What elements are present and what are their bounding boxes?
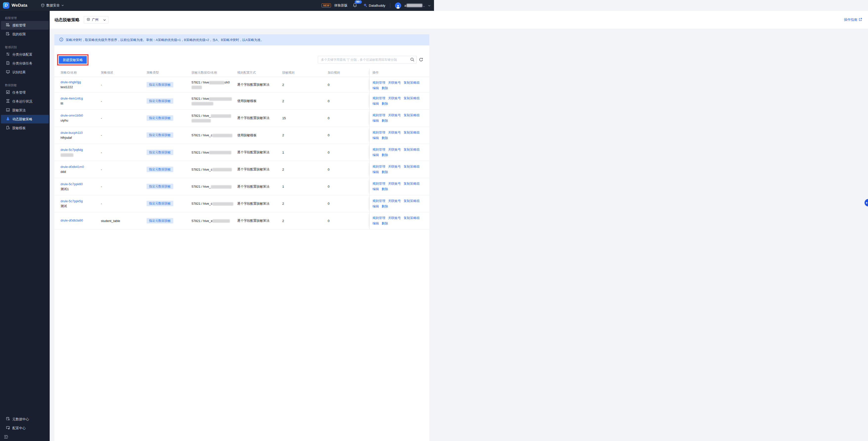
policy-id-link[interactable]: drule-5c7ppk60	[61, 182, 83, 186]
action-edit[interactable]: 编辑	[372, 102, 379, 105]
action-delete[interactable]: 删除	[382, 187, 388, 191]
col-header-type: 策略类型	[147, 71, 191, 75]
monitor-icon	[6, 70, 10, 75]
info-icon	[59, 37, 63, 42]
task-icon	[6, 90, 10, 95]
action-linked-accounts[interactable]: 关联账号	[388, 81, 401, 84]
masked-metadata: 57821 / hive	[191, 150, 237, 155]
action-rule-management[interactable]: 规则管理	[372, 81, 385, 84]
action-edit[interactable]: 编辑	[372, 187, 379, 191]
action-copy-policy-group[interactable]: 复制策略组	[404, 182, 420, 185]
action-linked-accounts[interactable]: 关联账号	[388, 199, 401, 203]
policy-type-badge: 指定元数据脱敏	[147, 115, 173, 121]
action-copy-policy-group[interactable]: 复制策略组	[404, 216, 420, 220]
sidebar-item-classification-tasks[interactable]: 分类分级任务	[1, 59, 49, 68]
sidebar-item-my-permissions[interactable]: 我的权限	[1, 30, 49, 38]
sidebar-item-task-management[interactable]: 任务管理	[1, 88, 49, 97]
action-rule-management[interactable]: 规则管理	[372, 113, 385, 117]
action-rule-management[interactable]: 规则管理	[372, 182, 385, 185]
action-linked-accounts[interactable]: 关联账号	[388, 216, 401, 220]
action-delete[interactable]: 删除	[382, 170, 388, 174]
action-delete[interactable]: 删除	[382, 102, 388, 105]
product-name: WeData	[11, 3, 27, 8]
masking-rules-count: 2	[282, 202, 328, 205]
action-edit[interactable]: 编辑	[372, 153, 379, 157]
action-copy-policy-group[interactable]: 复制策略组	[404, 165, 420, 168]
action-linked-accounts[interactable]: 关联账号	[388, 148, 401, 151]
action-rule-management[interactable]: 规则管理	[372, 199, 385, 203]
chevron-down-icon[interactable]	[428, 3, 431, 8]
action-linked-accounts[interactable]: 关联账号	[388, 165, 401, 168]
policy-id-link[interactable]: drule-nhgb0jjg	[61, 80, 81, 84]
policy-id-link[interactable]: drule-4em1nfcg	[61, 96, 83, 101]
sidebar-item-classification-config[interactable]: 分类分级配置	[1, 50, 49, 59]
refresh-icon[interactable]	[419, 58, 423, 62]
sliders-icon	[6, 52, 10, 57]
action-copy-policy-group[interactable]: 复制策略组	[404, 81, 420, 84]
col-header-actions: 操作	[370, 69, 429, 77]
code-window-icon	[6, 108, 10, 112]
action-linked-accounts[interactable]: 关联账号	[388, 131, 401, 134]
search-input[interactable]	[318, 56, 417, 64]
action-copy-policy-group[interactable]: 复制策略组	[404, 131, 420, 134]
topnav-data-security[interactable]: 数据安全	[41, 3, 64, 8]
sidebar-item-dynamic-masking-policy[interactable]: 动态脱敏策略	[1, 115, 49, 124]
action-rule-management[interactable]: 规则管理	[372, 216, 385, 220]
sidebar-item-authorization-management[interactable]: 授权管理	[1, 21, 49, 30]
action-delete[interactable]: 删除	[382, 86, 388, 90]
avatar[interactable]	[395, 2, 401, 9]
action-linked-accounts[interactable]: 关联账号	[388, 113, 401, 117]
policy-name	[61, 152, 101, 157]
col-header-whitelist: 加白规则	[328, 71, 370, 75]
user-menu[interactable]: a ..	[404, 4, 425, 7]
action-copy-policy-group[interactable]: 复制策略组	[404, 148, 420, 151]
masked-metadata: 57821 / hive_c	[191, 133, 237, 138]
action-rule-management[interactable]: 规则管理	[372, 165, 385, 168]
action-rule-management[interactable]: 规则管理	[372, 131, 385, 134]
bell-icon	[353, 4, 357, 8]
policy-id-link[interactable]: drule-bucph110	[61, 131, 83, 135]
globe-icon	[87, 18, 90, 22]
action-delete[interactable]: 删除	[382, 119, 388, 123]
sidebar-item-masking-algorithms[interactable]: 脱敏算法	[1, 106, 49, 114]
policy-id-link[interactable]: drule-d0db3a90	[61, 218, 83, 220]
masked-text	[209, 97, 232, 101]
sidebar-item-masking-templates[interactable]: 脱敏模板	[1, 124, 49, 132]
action-copy-policy-group[interactable]: 复制策略组	[404, 113, 420, 117]
policy-id-link[interactable]: drule-5c7pq6dg	[61, 148, 83, 152]
action-linked-accounts[interactable]: 关联账号	[388, 96, 401, 100]
action-edit[interactable]: 编辑	[372, 136, 379, 140]
wedata-logo-icon[interactable]: D	[3, 2, 9, 9]
action-edit[interactable]: 编辑	[372, 170, 379, 174]
masked-text	[213, 202, 233, 206]
table-row: drule-omn1b5t0 uiyhu - 指定元数据脱敏 57821 / h…	[54, 110, 429, 127]
policy-id-link[interactable]: drule-d0db41m0	[61, 165, 84, 169]
action-edit[interactable]: 编辑	[372, 204, 379, 208]
notifications-button[interactable]: 99+	[353, 3, 357, 8]
whitelist-rules-count: 0	[328, 185, 370, 189]
action-delete[interactable]: 删除	[382, 153, 388, 157]
policy-id-link[interactable]: drule-omn1b5t0	[61, 113, 83, 118]
action-delete[interactable]: 删除	[382, 204, 388, 208]
whitelist-rules-count: 0	[328, 150, 370, 154]
policy-id-link[interactable]: drule-5c7ppk5g	[61, 199, 83, 203]
action-edit[interactable]: 编辑	[372, 119, 379, 123]
action-edit[interactable]: 编辑	[372, 86, 379, 90]
sidebar-item-task-run-status[interactable]: 任务运行状况	[1, 97, 49, 106]
action-rule-management[interactable]: 规则管理	[372, 96, 385, 100]
masking-rules-count: 2	[282, 99, 328, 103]
masked-text	[211, 185, 231, 189]
sidebar-item-recognition-results[interactable]: 识别结果	[1, 68, 49, 76]
action-linked-accounts[interactable]: 关联账号	[388, 182, 401, 185]
action-delete[interactable]: 删除	[382, 136, 388, 140]
policy-type-badge: 指定元数据脱敏	[147, 184, 173, 189]
action-copy-policy-group[interactable]: 复制策略组	[404, 96, 420, 100]
whitelist-rules-count: 0	[328, 116, 370, 120]
create-policy-button[interactable]: 新建脱敏策略	[59, 56, 87, 64]
action-rule-management[interactable]: 规则管理	[372, 148, 385, 151]
databuddy-button[interactable]: DataBuddy	[363, 3, 385, 8]
region-selector[interactable]: 广州	[84, 16, 108, 24]
search-icon[interactable]	[410, 58, 414, 63]
try-new-version-link[interactable]: 体验新版	[334, 3, 347, 8]
action-copy-policy-group[interactable]: 复制策略组	[404, 199, 420, 203]
